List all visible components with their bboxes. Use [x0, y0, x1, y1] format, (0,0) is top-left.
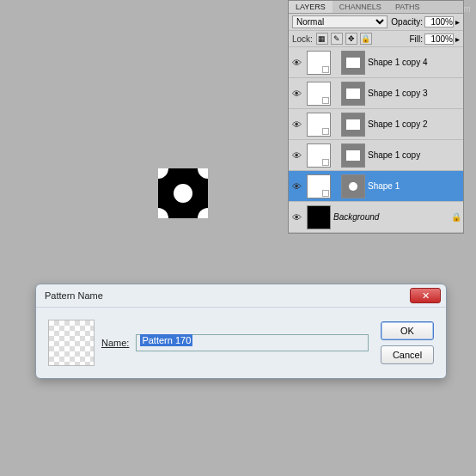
- blend-mode-select[interactable]: Normal: [292, 15, 388, 28]
- cancel-button[interactable]: Cancel: [381, 345, 434, 364]
- mask-thumb[interactable]: [341, 113, 365, 137]
- layer-name[interactable]: Shape 1 copy: [368, 150, 463, 160]
- dialog-title: Pattern Name: [45, 290, 103, 301]
- layer-thumb[interactable]: [307, 82, 331, 106]
- tab-layers[interactable]: LAYERS: [289, 1, 333, 13]
- fill-label: Fill:: [409, 34, 423, 44]
- canvas-shape-preview: [158, 168, 208, 218]
- visibility-icon[interactable]: 👁: [289, 150, 304, 161]
- lock-icon: 🔒: [451, 212, 463, 222]
- visibility-icon[interactable]: 👁: [289, 88, 304, 99]
- layer-row[interactable]: 👁 Shape 1 copy: [289, 140, 463, 171]
- name-input[interactable]: Pattern 170: [136, 334, 369, 351]
- layer-list: 👁 Shape 1 copy 4 👁 Shape 1 copy 3 👁 Shap…: [289, 47, 463, 233]
- fill-dropdown-icon[interactable]: ▸: [455, 34, 460, 44]
- layer-name[interactable]: Shape 1 copy 2: [368, 119, 463, 129]
- lock-transparency-icon[interactable]: ▦: [316, 33, 328, 45]
- visibility-icon[interactable]: 👁: [289, 181, 304, 192]
- layer-thumb[interactable]: [307, 205, 331, 229]
- layer-row[interactable]: 👁 Shape 1 copy 2: [289, 109, 463, 140]
- lock-label: Lock:: [292, 34, 313, 44]
- tab-paths[interactable]: PATHS: [388, 1, 427, 13]
- visibility-icon[interactable]: 👁: [289, 119, 304, 130]
- lock-paint-icon[interactable]: ✎: [331, 33, 343, 45]
- close-icon: ✕: [422, 290, 430, 302]
- ok-button[interactable]: OK: [381, 321, 434, 340]
- panel-tabs: LAYERS CHANNELS PATHS: [289, 1, 463, 14]
- mask-thumb[interactable]: [341, 82, 365, 106]
- layer-row[interactable]: 👁 Background 🔒: [289, 202, 463, 233]
- fill-input[interactable]: [424, 34, 454, 45]
- layer-thumb[interactable]: [307, 174, 331, 198]
- pattern-preview: [48, 320, 95, 366]
- mask-thumb[interactable]: [341, 174, 365, 198]
- layer-name[interactable]: Shape 1 copy 4: [368, 58, 463, 67]
- layer-thumb[interactable]: [307, 143, 331, 168]
- layer-name[interactable]: Shape 1 copy 3: [368, 88, 463, 98]
- opacity-dropdown-icon[interactable]: ▸: [455, 17, 460, 27]
- layer-name[interactable]: Shape 1: [368, 181, 463, 191]
- opacity-input[interactable]: [424, 16, 454, 27]
- lock-move-icon[interactable]: ✥: [345, 33, 357, 45]
- mask-thumb[interactable]: [341, 51, 365, 75]
- opacity-label: Opacity:: [391, 17, 423, 27]
- layer-name[interactable]: Background: [333, 212, 451, 222]
- visibility-icon[interactable]: 👁: [289, 212, 304, 223]
- layer-thumb[interactable]: [307, 113, 331, 137]
- name-label: Name:: [101, 338, 129, 348]
- pattern-name-dialog: Pattern Name ✕ Name: Pattern 170 OK Canc…: [35, 284, 447, 379]
- visibility-icon[interactable]: 👁: [289, 58, 304, 68]
- lock-all-icon[interactable]: 🔒: [360, 33, 372, 45]
- layers-panel: LAYERS CHANNELS PATHS Normal Opacity: ▸ …: [288, 0, 464, 234]
- mask-thumb[interactable]: [341, 143, 365, 168]
- layer-row[interactable]: 👁 Shape 1: [289, 171, 463, 202]
- tab-channels[interactable]: CHANNELS: [333, 1, 388, 13]
- dialog-titlebar[interactable]: Pattern Name ✕: [36, 284, 446, 308]
- layer-row[interactable]: 👁 Shape 1 copy 4: [289, 47, 463, 78]
- layer-row[interactable]: 👁 Shape 1 copy 3: [289, 78, 463, 109]
- close-button[interactable]: ✕: [410, 288, 441, 303]
- layer-thumb[interactable]: [307, 51, 331, 75]
